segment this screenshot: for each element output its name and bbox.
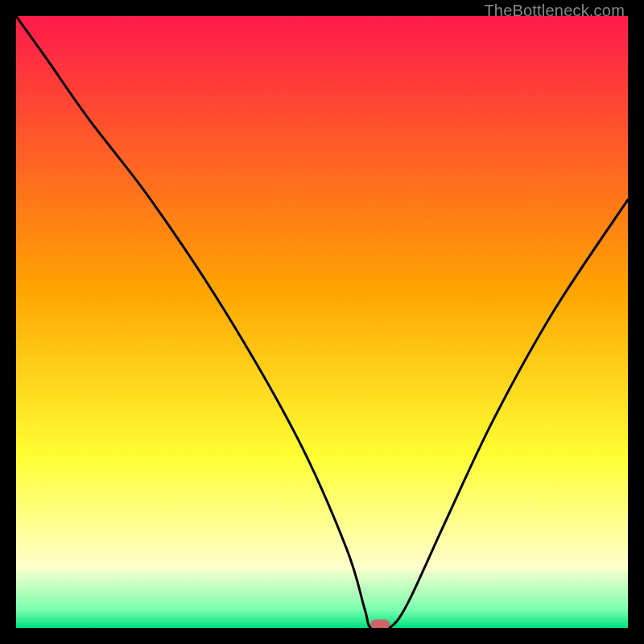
chart-svg [16,16,628,628]
watermark-text: TheBottleneck.com [484,2,625,20]
gradient-background [16,16,628,628]
optimum-marker [370,619,390,628]
chart-frame: TheBottleneck.com [0,0,644,644]
chart-plot-area [16,16,628,628]
